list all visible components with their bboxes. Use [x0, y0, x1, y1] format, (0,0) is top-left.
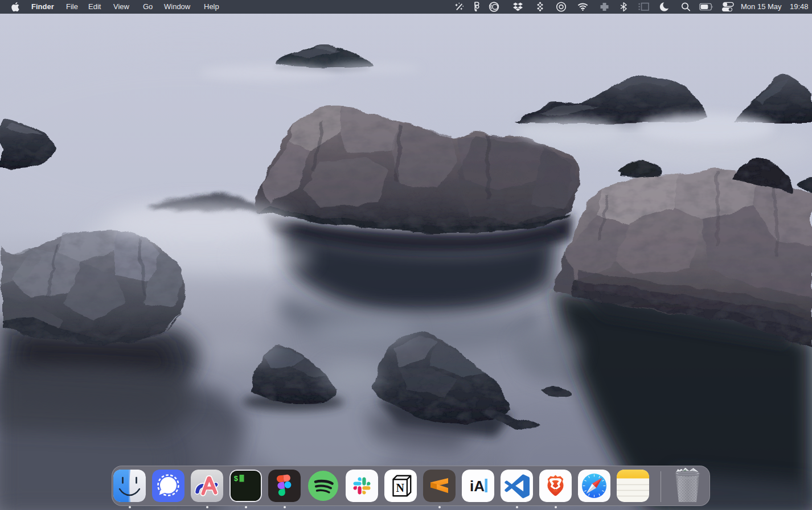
svg-text:iA: iA	[470, 478, 485, 495]
svg-text:$: $	[234, 475, 239, 483]
svg-text:N: N	[396, 482, 405, 494]
